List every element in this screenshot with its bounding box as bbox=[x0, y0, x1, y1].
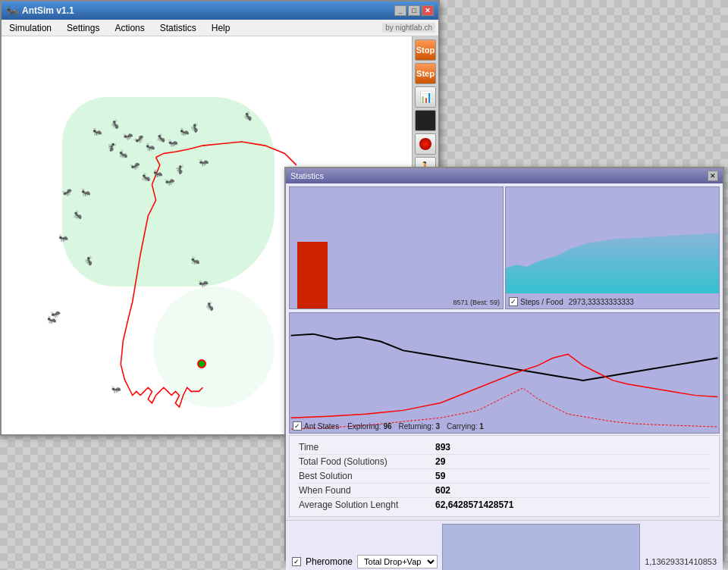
cyan-wave bbox=[506, 230, 719, 293]
stats-row-avg-length: Average Solution Lenght 62,6428571428571 bbox=[299, 498, 710, 512]
ant-orange: 🐜 bbox=[47, 315, 56, 324]
title-bar-controls: _ □ ✕ bbox=[394, 5, 434, 16]
stop-button[interactable]: Stop bbox=[415, 39, 436, 61]
close-button[interactable]: ✕ bbox=[422, 5, 434, 16]
steps-food-chart: ✓ Steps / Food 2973,33333333333 bbox=[505, 186, 720, 309]
red-bar bbox=[297, 242, 328, 308]
food-source bbox=[197, 359, 206, 368]
step-button[interactable]: Step bbox=[415, 63, 436, 84]
ant-orange: 🐜 bbox=[81, 188, 90, 196]
left-chart-canvas: 8571 (Best: 59) bbox=[290, 187, 503, 308]
left-chart-value: 8571 (Best: 59) bbox=[453, 299, 500, 306]
ant: 🐜 bbox=[58, 233, 68, 243]
stats-table: Time 893 Total Food (Solutions) 29 Best … bbox=[289, 435, 720, 517]
ant-states-label: ✓ Ant States Exploring: 96 Returning: 3 … bbox=[293, 421, 484, 431]
minimize-button[interactable]: _ bbox=[394, 5, 406, 16]
black-button[interactable] bbox=[415, 110, 436, 131]
stats-row-best-solution: Best Solution 59 bbox=[299, 469, 710, 484]
stats-row-time: Time 893 bbox=[299, 440, 710, 455]
pheromone-checkbox[interactable]: ✓ bbox=[292, 557, 301, 566]
record-button[interactable] bbox=[415, 133, 436, 155]
pheromone-label: Pheromone bbox=[306, 556, 353, 567]
steps-food-canvas bbox=[506, 187, 719, 293]
window-title: AntSim v1.1 bbox=[22, 5, 74, 16]
ant: 🐜 bbox=[180, 127, 189, 136]
ant: 🐜 bbox=[153, 169, 162, 177]
ant-states-svg bbox=[290, 313, 719, 433]
ant-states-checkbox[interactable]: ✓ bbox=[293, 421, 302, 431]
ant: 🐜 bbox=[108, 142, 117, 152]
pheromone-dropdown[interactable]: Total Drop+Vap bbox=[357, 555, 438, 568]
menu-statistics[interactable]: Statistics bbox=[155, 21, 201, 35]
title-bar: 🐜 AntSim v1.1 _ □ ✕ bbox=[2, 2, 438, 20]
steps-food-label: ✓ Steps / Food 2973,33333333333 bbox=[509, 297, 634, 306]
stats-window: Statistics ✕ 8571 (Best: 59) ✓ Steps / F… bbox=[284, 167, 724, 561]
stats-row-when-found: When Found 602 bbox=[299, 484, 710, 498]
stats-title-bar: Statistics ✕ bbox=[286, 168, 723, 183]
left-chart: 8571 (Best: 59) bbox=[289, 186, 504, 309]
nightlab-badge: by nightlab.ch bbox=[382, 23, 435, 33]
maximize-button[interactable]: □ bbox=[408, 5, 420, 16]
pheromone-canvas bbox=[442, 524, 640, 570]
ant-states-chart-container: ✓ Ant States Exploring: 96 Returning: 3 … bbox=[289, 312, 720, 434]
stats-row-total-food: Total Food (Solutions) 29 bbox=[299, 455, 710, 469]
pheromone-value: 1,13629331410853 bbox=[645, 557, 717, 566]
stats-window-title: Statistics bbox=[290, 171, 324, 180]
menu-actions[interactable]: Actions bbox=[110, 21, 149, 35]
ant: 🐜 bbox=[190, 255, 201, 265]
steps-food-checkbox[interactable]: ✓ bbox=[509, 297, 518, 306]
ant: 🐜 bbox=[93, 127, 102, 136]
ant: 🐜 bbox=[146, 142, 155, 151]
menu-settings[interactable]: Settings bbox=[62, 21, 104, 35]
menu-help[interactable]: Help bbox=[207, 21, 235, 35]
stats-close-icon[interactable]: ✕ bbox=[708, 171, 718, 181]
charts-row: 8571 (Best: 59) ✓ Steps / Food 2973,3333… bbox=[286, 183, 723, 312]
menu-simulation[interactable]: Simulation bbox=[5, 21, 56, 35]
menu-bar: Simulation Settings Actions Statistics H… bbox=[2, 20, 438, 36]
chart-button[interactable]: 📊 bbox=[415, 86, 436, 108]
pheromone-bar: ✓ Pheromone Total Drop+Vap 1,13629331410… bbox=[286, 520, 723, 570]
